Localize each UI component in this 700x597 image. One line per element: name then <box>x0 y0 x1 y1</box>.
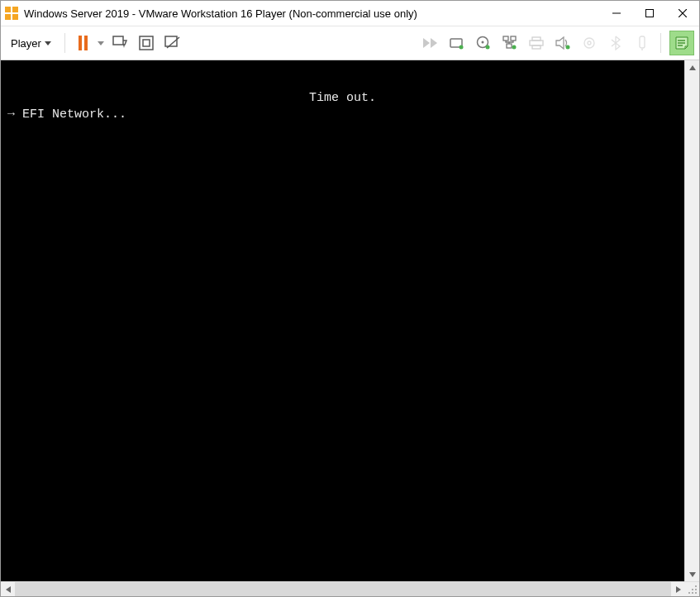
fullscreen-icon <box>139 36 154 50</box>
svg-rect-25 <box>507 44 512 48</box>
hard-disk-icon <box>450 36 464 50</box>
svg-point-22 <box>486 45 490 50</box>
vm-console[interactable]: Time out. → EFI Network... <box>1 60 684 581</box>
svg-point-33 <box>588 41 591 45</box>
power-dropdown[interactable] <box>95 40 107 46</box>
pause-icon <box>79 36 88 50</box>
disc-icon <box>476 36 491 50</box>
svg-rect-2 <box>5 14 11 20</box>
printer-icon <box>529 36 544 50</box>
svg-rect-10 <box>113 36 123 45</box>
player-menu[interactable]: Player <box>6 36 56 51</box>
unity-icon <box>164 36 181 50</box>
close-button[interactable] <box>666 1 699 26</box>
svg-point-43 <box>695 585 697 587</box>
hard-disk-device-button[interactable] <box>445 31 469 55</box>
cd-dvd-device-button[interactable] <box>472 31 495 55</box>
bluetooth-device-button[interactable] <box>604 31 627 55</box>
horizontal-scroll-track[interactable] <box>15 582 671 596</box>
svg-marker-17 <box>431 38 437 48</box>
console-timeout-line: Time out. <box>1 90 684 107</box>
svg-point-19 <box>460 45 464 50</box>
resize-grip[interactable] <box>685 582 699 596</box>
pause-vm-button[interactable] <box>72 31 95 55</box>
svg-point-45 <box>695 589 697 590</box>
svg-rect-5 <box>646 10 654 17</box>
network-adapter-button[interactable] <box>498 31 521 55</box>
fast-forward-button[interactable] <box>419 31 442 55</box>
title-bar: Windows Server 2019 - VMware Workstation… <box>1 1 699 26</box>
scroll-right-button[interactable] <box>671 582 685 596</box>
svg-marker-42 <box>676 586 681 593</box>
vertical-scrollbar[interactable] <box>684 60 699 581</box>
send-ctrl-alt-del-button[interactable] <box>108 31 131 55</box>
camera-device-button[interactable] <box>578 31 601 55</box>
svg-point-26 <box>512 45 517 50</box>
usb-icon <box>638 36 646 50</box>
svg-rect-28 <box>530 41 543 45</box>
svg-marker-11 <box>123 45 125 48</box>
svg-rect-24 <box>511 36 516 41</box>
toolbar: Player <box>1 26 699 60</box>
printer-device-button[interactable] <box>525 31 548 55</box>
scroll-down-button[interactable] <box>685 567 699 581</box>
toolbar-separator <box>64 33 65 53</box>
camera-icon <box>582 36 597 50</box>
svg-point-46 <box>688 592 690 594</box>
svg-rect-29 <box>532 45 540 49</box>
fullscreen-button[interactable] <box>135 31 158 55</box>
svg-point-44 <box>692 589 693 590</box>
fast-forward-icon <box>423 38 438 48</box>
usb-device-button[interactable] <box>631 31 654 55</box>
scroll-left-button[interactable] <box>1 582 15 596</box>
send-keys-icon <box>112 35 128 51</box>
message-log-button[interactable] <box>669 31 694 55</box>
toolbar-right-group <box>417 31 694 55</box>
maximize-button[interactable] <box>633 1 666 26</box>
svg-marker-8 <box>45 41 51 45</box>
network-icon <box>502 36 517 50</box>
svg-rect-34 <box>640 36 645 48</box>
svg-point-32 <box>584 38 594 48</box>
player-menu-label: Player <box>11 37 41 50</box>
sound-device-button[interactable] <box>551 31 574 55</box>
window-title: Windows Server 2019 - VMware Workstation… <box>24 7 417 20</box>
horizontal-scrollbar[interactable] <box>1 581 699 596</box>
unity-mode-button[interactable] <box>161 31 184 55</box>
svg-marker-9 <box>98 41 104 45</box>
svg-marker-41 <box>6 586 11 593</box>
svg-point-31 <box>566 45 570 50</box>
console-efi-line: → EFI Network... <box>1 107 684 123</box>
bluetooth-icon <box>611 36 621 50</box>
svg-point-21 <box>482 41 484 44</box>
svg-rect-0 <box>5 7 11 12</box>
svg-marker-39 <box>689 65 696 70</box>
svg-rect-13 <box>143 40 150 46</box>
toolbar-separator <box>660 33 661 53</box>
svg-marker-30 <box>556 37 564 49</box>
chevron-down-icon <box>45 40 51 46</box>
app-window: Windows Server 2019 - VMware Workstation… <box>0 0 700 597</box>
svg-point-47 <box>692 592 693 594</box>
speaker-icon <box>555 36 570 50</box>
svg-rect-3 <box>12 14 18 20</box>
note-icon <box>675 36 688 50</box>
svg-marker-16 <box>423 38 430 48</box>
scroll-up-button[interactable] <box>685 60 699 74</box>
svg-rect-23 <box>503 36 508 41</box>
svg-point-48 <box>695 592 697 594</box>
svg-rect-1 <box>12 7 18 12</box>
vmware-app-icon <box>4 6 19 21</box>
svg-marker-40 <box>689 572 696 577</box>
svg-rect-12 <box>140 36 153 50</box>
content-area: Time out. → EFI Network... <box>1 60 699 596</box>
vm-row: Time out. → EFI Network... <box>1 60 699 581</box>
minimize-button[interactable] <box>600 1 633 26</box>
svg-point-35 <box>641 49 643 50</box>
